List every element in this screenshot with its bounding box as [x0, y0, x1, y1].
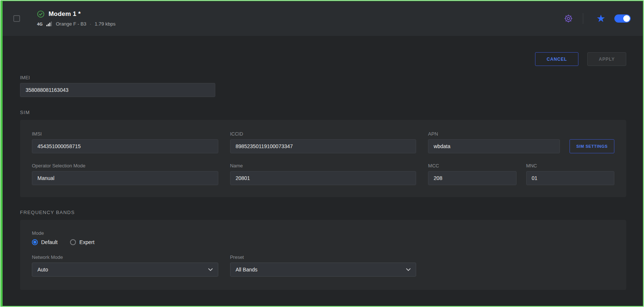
mcc-input[interactable]: [428, 171, 516, 185]
preset-field: Preset All Bands: [230, 254, 416, 277]
sim-section-label: SIM: [20, 110, 626, 115]
header-actions: ★: [564, 13, 631, 24]
favorite-star-icon[interactable]: ★: [597, 14, 605, 24]
mcc-field: MCC: [428, 163, 516, 185]
apn-cell: APN SIM SETTINGS: [428, 131, 614, 153]
preset-select[interactable]: All Bands: [230, 263, 416, 277]
modem-header: Modem 1 * 4G Orange F - B3 · 1.79 kbps ★: [3, 1, 643, 36]
iccid-input[interactable]: [230, 139, 416, 153]
mcc-mnc-cell: MCC MNC: [428, 163, 614, 185]
modem-title: Modem 1 *: [49, 10, 81, 18]
cancel-button[interactable]: CANCEL: [535, 52, 578, 66]
iccid-label: ICCID: [230, 131, 416, 137]
form-actions: CANCEL APPLY: [20, 52, 626, 66]
apn-label: APN: [428, 131, 560, 137]
toggle-knob: [623, 15, 630, 22]
chevron-down-icon: [208, 268, 213, 271]
radio-expert-label: Expert: [79, 239, 94, 245]
name-input[interactable]: [230, 171, 416, 185]
radio-default[interactable]: Default: [32, 239, 57, 245]
header-divider: [583, 13, 583, 24]
imsi-field: IMSI: [32, 131, 218, 153]
network-mode-field: Network Mode Auto: [32, 254, 218, 277]
name-field: Name: [230, 163, 416, 185]
name-label: Name: [230, 163, 416, 168]
radio-expert-control: [70, 239, 76, 245]
frequency-bands-section-label: FREQUENCY BANDS: [20, 210, 626, 215]
sim-card: IMSI ICCID APN SIM SETTINGS Operator Sel…: [20, 120, 626, 197]
apn-input[interactable]: [428, 139, 560, 153]
network-mode-value: Auto: [37, 267, 48, 273]
modem-panel: Modem 1 * 4G Orange F - B3 · 1.79 kbps ★: [0, 0, 644, 307]
mnc-field: MNC: [526, 163, 614, 185]
sim-settings-button[interactable]: SIM SETTINGS: [570, 139, 614, 153]
imei-input[interactable]: [20, 83, 215, 97]
radio-default-control: [32, 239, 38, 245]
separator-dot: ·: [90, 21, 91, 27]
signal-strength-icon: [46, 21, 52, 26]
modem-select-checkbox[interactable]: [13, 15, 20, 22]
preset-label: Preset: [230, 254, 416, 260]
iccid-field: ICCID: [230, 131, 416, 153]
mode-radio-group: Default Expert: [32, 239, 614, 245]
network-type-badge: 4G: [37, 22, 43, 26]
mnc-label: MNC: [526, 163, 614, 168]
imei-field: IMEI: [20, 75, 215, 97]
network-mode-select[interactable]: Auto: [32, 263, 218, 277]
apply-button[interactable]: APPLY: [587, 52, 626, 66]
mcc-label: MCC: [428, 163, 516, 168]
mnc-input[interactable]: [526, 171, 614, 185]
status-ok-icon: [37, 10, 44, 18]
imsi-label: IMSI: [32, 131, 218, 137]
mode-label: Mode: [32, 230, 614, 236]
preset-value: All Bands: [236, 267, 258, 273]
operator-selection-mode-label: Operator Selection Mode: [32, 163, 218, 168]
network-mode-label: Network Mode: [32, 254, 218, 260]
band-selects-row: Network Mode Auto Preset All Bands: [32, 254, 614, 277]
chevron-down-icon: [406, 268, 411, 271]
operator-selection-mode-field: Operator Selection Mode: [32, 163, 218, 185]
imsi-input[interactable]: [32, 139, 218, 153]
modem-enable-toggle[interactable]: [614, 14, 631, 23]
speed-label: 1.79 kbps: [94, 21, 115, 27]
imei-label: IMEI: [20, 75, 215, 80]
modem-header-info: Modem 1 * 4G Orange F - B3 · 1.79 kbps: [37, 10, 116, 27]
operator-label: Orange F - B3: [56, 21, 86, 27]
modem-settings-form: CANCEL APPLY IMEI SIM IMSI ICCID APN: [3, 52, 643, 290]
settings-gear-icon[interactable]: [564, 14, 573, 23]
frequency-bands-card: Mode Default Expert Network Mode Auto: [20, 220, 626, 290]
radio-expert[interactable]: Expert: [70, 239, 94, 245]
operator-selection-mode-input[interactable]: [32, 171, 218, 185]
apn-field: APN: [428, 131, 560, 153]
radio-default-label: Default: [41, 239, 57, 245]
empty-cell: [428, 254, 614, 277]
